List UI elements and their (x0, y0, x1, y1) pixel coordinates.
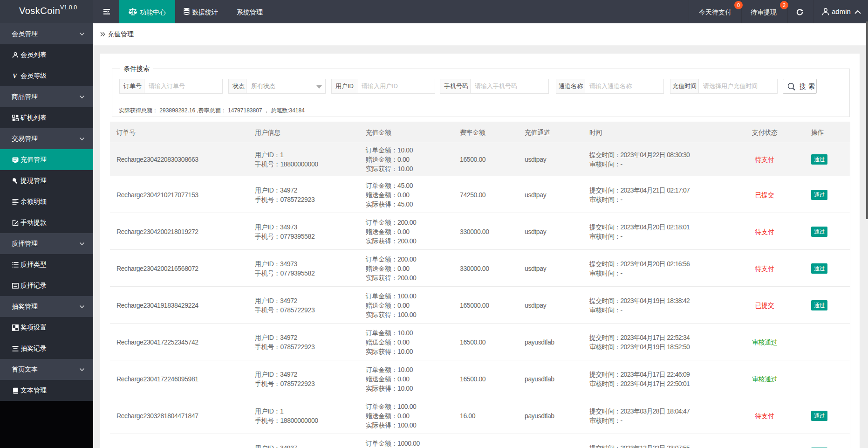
svg-text:V: V (13, 73, 18, 79)
